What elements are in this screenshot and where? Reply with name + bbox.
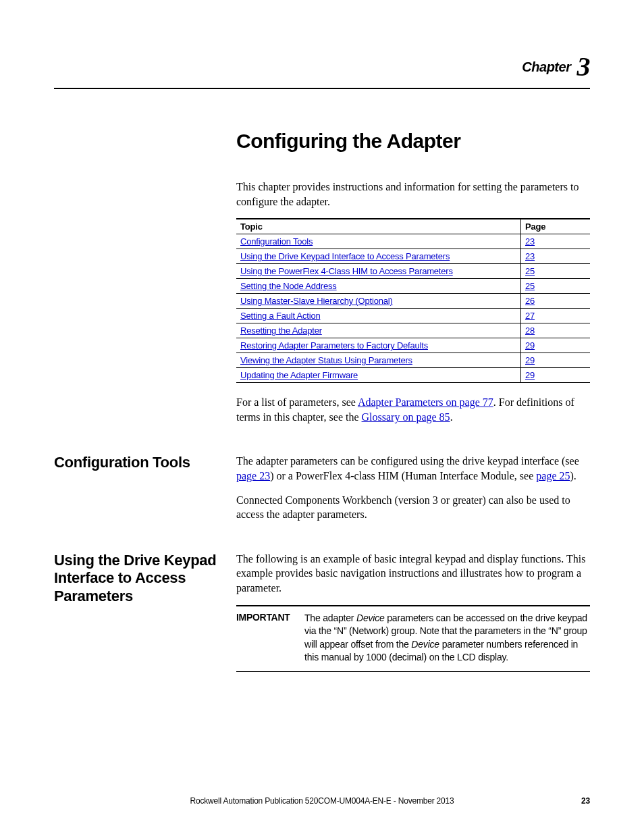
topic-link[interactable]: Using the Drive Keypad Interface to Acce… <box>240 251 450 261</box>
important-label: IMPORTANT <box>236 606 304 671</box>
ct-link-page25[interactable]: page 25 <box>536 470 570 481</box>
intro-paragraph: This chapter provides instructions and i… <box>236 180 590 209</box>
chapter-header: Chapter 3 <box>54 51 590 89</box>
topic-cell: Configuration Tools <box>236 234 521 249</box>
chapter-word: Chapter <box>522 59 570 74</box>
page-cell: 25 <box>521 264 591 279</box>
heading-keypad: Using the Drive Keypad Interface to Acce… <box>54 552 223 605</box>
table-row: Restoring Adapter Parameters to Factory … <box>236 338 590 353</box>
important-text: The adapter Device parameters can be acc… <box>304 606 590 671</box>
topic-cell: Setting a Fault Action <box>236 309 521 323</box>
topic-link[interactable]: Restoring Adapter Parameters to Factory … <box>240 340 428 350</box>
heading-config-tools: Configuration Tools <box>54 454 223 471</box>
table-row: Setting the Node Address25 <box>236 279 590 294</box>
section-config-tools: Configuration Tools The adapter paramete… <box>54 454 590 531</box>
xref-pre: For a list of parameters, see <box>236 396 358 408</box>
page-link[interactable]: 29 <box>525 340 535 350</box>
table-row: Configuration Tools23 <box>236 234 590 249</box>
table-row: Resetting the Adapter28 <box>236 323 590 338</box>
xref-post: . <box>450 411 453 423</box>
page-link[interactable]: 28 <box>525 325 535 336</box>
page-link[interactable]: 23 <box>525 236 535 246</box>
topic-cell: Restoring Adapter Parameters to Factory … <box>236 338 521 353</box>
topic-link[interactable]: Updating the Adapter Firmware <box>240 370 358 380</box>
th-topic: Topic <box>236 219 521 234</box>
page-link[interactable]: 25 <box>525 266 535 276</box>
topic-table: Topic Page Configuration Tools23Using th… <box>236 218 590 383</box>
xref-link-glossary[interactable]: Glossary on page 85 <box>362 411 450 423</box>
page-cell: 29 <box>521 368 591 383</box>
chapter-number: 3 <box>577 51 591 82</box>
ct-p1-mid: ) or a PowerFlex 4-class HIM (Human Inte… <box>270 470 536 481</box>
topic-link[interactable]: Configuration Tools <box>240 236 313 246</box>
page-link[interactable]: 29 <box>525 370 535 380</box>
table-header-row: Topic Page <box>236 219 590 234</box>
page-link[interactable]: 25 <box>525 281 535 291</box>
important-box: IMPORTANT The adapter Device parameters … <box>236 605 590 672</box>
keypad-p1: The following is an example of basic int… <box>236 552 590 596</box>
topic-link[interactable]: Resetting the Adapter <box>240 325 322 336</box>
page-cell: 26 <box>521 294 591 309</box>
table-row: Updating the Adapter Firmware29 <box>236 368 590 383</box>
page-cell: 29 <box>521 338 591 353</box>
section-keypad: Using the Drive Keypad Interface to Acce… <box>54 552 590 672</box>
footer-publication: Rockwell Automation Publication 520COM-U… <box>54 796 590 806</box>
page-link[interactable]: 26 <box>525 296 535 306</box>
page-title: Configuring the Adapter <box>236 130 590 153</box>
topic-cell: Using the Drive Keypad Interface to Acce… <box>236 249 521 264</box>
page-cell: 28 <box>521 323 591 338</box>
topic-link[interactable]: Setting the Node Address <box>240 281 337 291</box>
ct-p1-pre: The adapter parameters can be configured… <box>236 455 579 467</box>
table-row: Using the Drive Keypad Interface to Acce… <box>236 249 590 264</box>
table-row: Using Master-Slave Hierarchy (Optional)2… <box>236 294 590 309</box>
imp-em1: Device <box>356 613 385 623</box>
page-cell: 27 <box>521 309 591 323</box>
page-cell: 23 <box>521 234 591 249</box>
topic-cell: Viewing the Adapter Status Using Paramet… <box>236 353 521 368</box>
imp-em2: Device <box>411 639 439 650</box>
xref-paragraph: For a list of parameters, see Adapter Pa… <box>236 395 590 424</box>
ct-p1-post: ). <box>570 470 576 481</box>
page-cell: 25 <box>521 279 591 294</box>
topic-link[interactable]: Viewing the Adapter Status Using Paramet… <box>240 355 412 365</box>
page-link[interactable]: 23 <box>525 251 535 261</box>
topic-link[interactable]: Using the PowerFlex 4-Class HIM to Acces… <box>240 266 453 276</box>
page-link[interactable]: 27 <box>525 311 535 321</box>
page-container: Chapter 3 Configuring the Adapter This c… <box>0 0 644 834</box>
topic-cell: Setting the Node Address <box>236 279 521 294</box>
topic-link[interactable]: Setting a Fault Action <box>240 311 320 321</box>
imp-pre: The adapter <box>304 613 356 623</box>
xref-link-parameters[interactable]: Adapter Parameters on page 77 <box>358 396 493 408</box>
page-link[interactable]: 29 <box>525 355 535 365</box>
table-row: Setting a Fault Action27 <box>236 309 590 323</box>
page-cell: 29 <box>521 353 591 368</box>
topic-cell: Resetting the Adapter <box>236 323 521 338</box>
topic-link[interactable]: Using Master-Slave Hierarchy (Optional) <box>240 296 393 306</box>
topic-cell: Using Master-Slave Hierarchy (Optional) <box>236 294 521 309</box>
config-tools-p2: Connected Components Workbench (version … <box>236 493 590 522</box>
topic-cell: Updating the Adapter Firmware <box>236 368 521 383</box>
table-row: Viewing the Adapter Status Using Paramet… <box>236 353 590 368</box>
ct-link-page23[interactable]: page 23 <box>236 470 270 481</box>
config-tools-p1: The adapter parameters can be configured… <box>236 454 590 483</box>
table-row: Using the PowerFlex 4-Class HIM to Acces… <box>236 264 590 279</box>
intro-row: Configuring the Adapter This chapter pro… <box>54 130 590 434</box>
page-cell: 23 <box>521 249 591 264</box>
page-footer: Rockwell Automation Publication 520COM-U… <box>54 796 590 806</box>
footer-page-number: 23 <box>581 796 590 806</box>
main-content: Configuring the Adapter This chapter pro… <box>54 130 590 672</box>
topic-cell: Using the PowerFlex 4-Class HIM to Acces… <box>236 264 521 279</box>
th-page: Page <box>521 219 591 234</box>
